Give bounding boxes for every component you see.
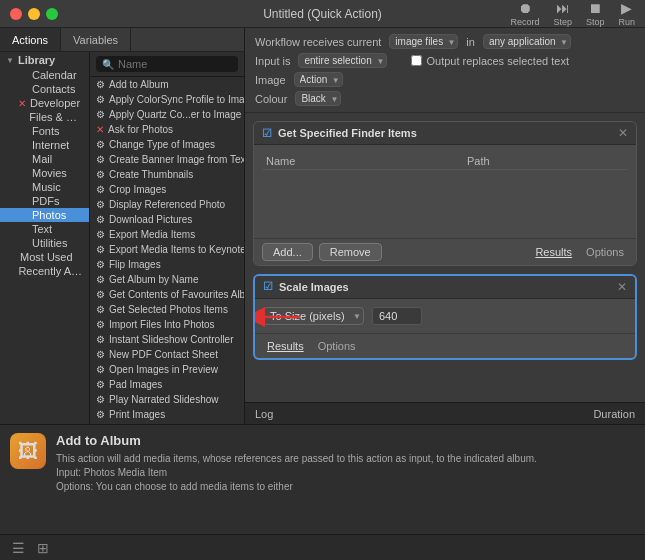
action-list-item[interactable]: ⚙Create Banner Image from Text bbox=[90, 152, 244, 167]
output-checkbox[interactable] bbox=[411, 55, 422, 66]
tab-variables[interactable]: Variables bbox=[61, 28, 131, 51]
tree-item-label: Most Used bbox=[20, 251, 73, 263]
action-list-item[interactable]: ⚙Get Contents of Favourites Album bbox=[90, 287, 244, 302]
minimize-button[interactable] bbox=[28, 8, 40, 20]
close-button[interactable] bbox=[10, 8, 22, 20]
action-list-item[interactable]: ⚙Crop Images bbox=[90, 182, 244, 197]
action-list-item[interactable]: ⚙Export Media Items to Keynote bbox=[90, 242, 244, 257]
left-panel-inner: ▼ Library CalendarContacts✕DeveloperFile… bbox=[0, 52, 244, 424]
tree-item-label: PDFs bbox=[32, 195, 60, 207]
action-list-item[interactable]: ⚙Display Referenced Photo bbox=[90, 197, 244, 212]
tree-item[interactable]: Photos bbox=[0, 208, 89, 222]
finder-options-tab[interactable]: Options bbox=[582, 244, 628, 260]
in-select[interactable]: any application bbox=[483, 34, 571, 49]
tree-item[interactable]: Fonts bbox=[0, 124, 89, 138]
step-action[interactable]: ⏭ Step bbox=[553, 1, 572, 27]
image-select[interactable]: Action bbox=[294, 72, 343, 87]
action-list-item[interactable]: ⚙Add to Album bbox=[90, 77, 244, 92]
tree-item-label: Recently Added bbox=[18, 265, 83, 277]
finder-results-tab[interactable]: Results bbox=[531, 244, 576, 260]
tree-item[interactable]: Utilities bbox=[0, 236, 89, 250]
add-button[interactable]: Add... bbox=[262, 243, 313, 261]
scale-card-header: ☑ Scale Images ✕ bbox=[255, 276, 635, 299]
tree-item[interactable]: Mail bbox=[0, 152, 89, 166]
in-select-wrap[interactable]: any application ▼ bbox=[483, 34, 571, 49]
action-list-item[interactable]: ⚙Flip Images bbox=[90, 257, 244, 272]
tree-item-label: Developer bbox=[30, 97, 80, 109]
action-list-item[interactable]: ⚙Pad Images bbox=[90, 377, 244, 392]
receives-select[interactable]: image files bbox=[389, 34, 458, 49]
action-item-icon: ⚙ bbox=[96, 319, 105, 330]
image-select-wrap[interactable]: Action ▼ bbox=[294, 72, 343, 87]
tree-item[interactable]: Calendar bbox=[0, 68, 89, 82]
tree-item[interactable]: Contacts bbox=[0, 82, 89, 96]
action-item-icon: ⚙ bbox=[96, 109, 105, 120]
colour-select[interactable]: Black bbox=[295, 91, 341, 106]
tree-item[interactable]: PDFs bbox=[0, 194, 89, 208]
action-list-item[interactable]: ✕Ask for Photos bbox=[90, 122, 244, 137]
action-list-item[interactable]: ⚙Get Album by Name bbox=[90, 272, 244, 287]
colour-select-wrap[interactable]: Black ▼ bbox=[295, 91, 341, 106]
remove-button[interactable]: Remove bbox=[319, 243, 382, 261]
receives-select-wrap[interactable]: image files ▼ bbox=[389, 34, 458, 49]
scale-card-close[interactable]: ✕ bbox=[617, 280, 627, 294]
workflow-content: ☑ Get Specified Finder Items ✕ Name Path bbox=[245, 113, 645, 402]
action-item-label: Pad Images bbox=[109, 379, 162, 390]
action-list-item[interactable]: ⚙Export Media Items bbox=[90, 227, 244, 242]
action-item-icon: ⚙ bbox=[96, 409, 105, 420]
action-item-icon: ⚙ bbox=[96, 139, 105, 150]
list-view-button[interactable]: ☰ bbox=[8, 538, 29, 558]
actions-column: 🔍 ⚙Add to Album⚙Apply ColorSync Profile … bbox=[90, 52, 244, 424]
grid-view-button[interactable]: ⊞ bbox=[33, 538, 53, 558]
tree-item[interactable]: Recently Added bbox=[0, 264, 89, 278]
tree-item[interactable]: Internet bbox=[0, 138, 89, 152]
action-item-label: Create Banner Image from Text bbox=[109, 154, 244, 165]
run-action[interactable]: ▶ Run bbox=[618, 1, 635, 27]
action-list-item[interactable]: ⚙Change Type of Images bbox=[90, 137, 244, 152]
action-list-item[interactable]: ⚙Instant Slideshow Controller bbox=[90, 332, 244, 347]
action-list-item[interactable]: ⚙Open Images in Preview bbox=[90, 362, 244, 377]
finder-card-close[interactable]: ✕ bbox=[618, 126, 628, 140]
tree-item[interactable]: Movies bbox=[0, 166, 89, 180]
scale-card-title-text: Scale Images bbox=[279, 281, 349, 293]
maximize-button[interactable] bbox=[46, 8, 58, 20]
stop-action[interactable]: ⏹ Stop bbox=[586, 1, 605, 27]
run-icon: ▶ bbox=[621, 1, 632, 15]
scale-options-tab[interactable]: Options bbox=[314, 338, 360, 354]
tree-item-label: Files & Folders bbox=[29, 111, 83, 123]
scale-value-input[interactable] bbox=[372, 307, 422, 325]
action-list-item[interactable]: ⚙Get Selected Photos Items bbox=[90, 302, 244, 317]
action-item-icon: ⚙ bbox=[96, 259, 105, 270]
tree-item-label: Contacts bbox=[32, 83, 75, 95]
action-list-item[interactable]: ⚙Download Pictures bbox=[90, 212, 244, 227]
action-list-item[interactable]: ⚙Apply ColorSync Profile to Images bbox=[90, 92, 244, 107]
input-select-wrap[interactable]: entire selection ▼ bbox=[298, 53, 387, 68]
tab-actions[interactable]: Actions bbox=[0, 28, 61, 51]
bottom-text: Add to Album This action will add media … bbox=[56, 433, 635, 526]
action-list-item[interactable]: ⚙Import Files Into Photos bbox=[90, 317, 244, 332]
workflow-header: Workflow receives current image files ▼ … bbox=[245, 28, 645, 113]
tree-item[interactable]: Most Used bbox=[0, 250, 89, 264]
title-bar: Untitled (Quick Action) ⏺ Record ⏭ Step … bbox=[0, 0, 645, 28]
action-item-label: Add to Album bbox=[109, 79, 168, 90]
tree-item[interactable]: Text bbox=[0, 222, 89, 236]
workflow-row-4: Colour Black ▼ bbox=[255, 91, 635, 106]
action-list-item[interactable]: ⚙New PDF Contact Sheet bbox=[90, 347, 244, 362]
action-item-label: Download Pictures bbox=[109, 214, 192, 225]
search-input[interactable] bbox=[118, 58, 232, 70]
input-select[interactable]: entire selection bbox=[298, 53, 387, 68]
action-list-item[interactable]: ⚙Play Narrated Slideshow bbox=[90, 392, 244, 407]
in-label: in bbox=[466, 36, 475, 48]
tree-item[interactable]: Music bbox=[0, 180, 89, 194]
record-action[interactable]: ⏺ Record bbox=[510, 1, 539, 27]
scale-card-icon: ☑ bbox=[263, 280, 273, 293]
tree-item-label: Text bbox=[32, 223, 52, 235]
tree-item-label: Calendar bbox=[32, 69, 77, 81]
scale-results-tab[interactable]: Results bbox=[263, 338, 308, 354]
action-list-item[interactable]: ⚙Print Images bbox=[90, 407, 244, 422]
action-list-item[interactable]: ⚙Create Thumbnails bbox=[90, 167, 244, 182]
tree-item[interactable]: ✕Developer bbox=[0, 96, 89, 110]
tree-item[interactable]: Files & Folders bbox=[0, 110, 89, 124]
finder-card-title: ☑ Get Specified Finder Items bbox=[262, 127, 417, 140]
action-list-item[interactable]: ⚙Apply Quartz Co...er to Image Files bbox=[90, 107, 244, 122]
